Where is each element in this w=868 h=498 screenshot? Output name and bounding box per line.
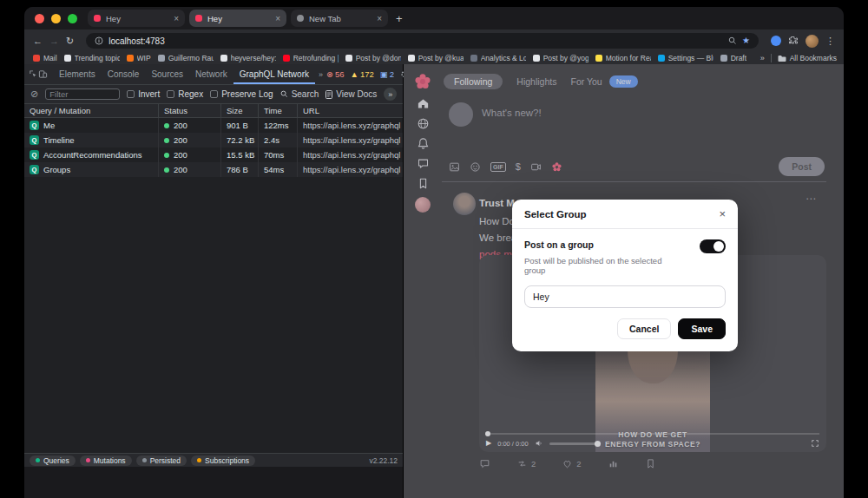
bookmark-item[interactable]: Draft	[720, 54, 746, 62]
modal-footer: Cancel Save	[512, 308, 738, 351]
close-tab-icon[interactable]: ×	[275, 14, 280, 23]
modal-title: Select Group	[524, 209, 587, 220]
window-controls	[35, 14, 77, 23]
invert-checkbox[interactable]: Invert	[127, 89, 160, 99]
browser-menu-icon[interactable]: ⋮	[825, 36, 835, 47]
bookmark-item[interactable]: Motion for React e...	[595, 54, 651, 62]
browser-tab-3[interactable]: New Tab ×	[291, 10, 388, 27]
bookmark-favicon	[408, 55, 415, 62]
bookmark-item[interactable]: WIP	[127, 54, 151, 62]
regex-checkbox[interactable]: Regex	[167, 89, 203, 99]
bookmark-item[interactable]: Post by @yoginth...	[533, 54, 589, 62]
browser-tab-2-active[interactable]: Hey ×	[189, 10, 286, 27]
close-window-button[interactable]	[35, 14, 44, 23]
window-content: Elements Console Sources Network GraphQL…	[24, 64, 844, 498]
desktop: Hey × Hey × New Tab × + ← → ↻	[0, 0, 868, 498]
bookmark-item[interactable]: Post by @kualta -...	[408, 54, 464, 62]
table-row[interactable]: QTimeline 200 72.2 kB 2.4s https://api.l…	[24, 133, 403, 147]
close-tab-icon[interactable]: ×	[377, 14, 382, 23]
close-icon[interactable]: ×	[719, 208, 726, 220]
bookmarks-overflow-button[interactable]: »	[760, 54, 765, 62]
devtools-tab-bar: Elements Console Sources Network GraphQL…	[24, 64, 403, 85]
bookmark-item[interactable]: Retrofunding | Vote	[283, 54, 339, 62]
bookmark-star-icon[interactable]: ★	[742, 36, 750, 45]
profile-avatar[interactable]	[806, 35, 819, 48]
warning-icon: ▲	[351, 69, 358, 79]
toolbar-overflow-button[interactable]: »	[384, 88, 397, 101]
devtools-tab-console[interactable]: Console	[102, 64, 146, 84]
preserve-log-checkbox[interactable]: Preserve Log	[210, 89, 273, 99]
filter-chip-subscriptions[interactable]: Subscriptions	[191, 455, 255, 466]
back-icon[interactable]: ←	[33, 36, 43, 46]
bookmark-item[interactable]: Settings — Bluesky	[658, 54, 713, 62]
status-ok-dot	[164, 167, 169, 173]
bookmark-favicon	[33, 55, 40, 62]
bookmark-favicon	[283, 55, 290, 62]
cancel-button[interactable]: Cancel	[617, 318, 671, 339]
column-header[interactable]: Status	[159, 104, 221, 117]
bookmark-item[interactable]: Analytics & Logs |...	[470, 54, 526, 62]
column-header[interactable]: Size	[221, 104, 259, 117]
magnifier-icon	[280, 90, 288, 98]
table-empty-area	[24, 177, 403, 453]
bookmark-item[interactable]: Mail	[33, 54, 57, 62]
browser-tab-1[interactable]: Hey ×	[88, 10, 185, 27]
view-docs-button[interactable]: View Docs	[326, 89, 377, 99]
column-header[interactable]: Time	[259, 104, 298, 117]
address-bar[interactable]: localhost:4783 ★	[86, 33, 759, 49]
query-badge: Q	[30, 135, 39, 145]
folder-icon	[778, 55, 786, 62]
filter-input[interactable]	[45, 88, 120, 100]
status-ok-dot	[164, 138, 169, 143]
table-row[interactable]: QAccountRecommendations 200 15.5 kB 70ms…	[24, 147, 403, 162]
zoom-window-button[interactable]	[68, 14, 77, 23]
clear-log-icon[interactable]: ⊘	[30, 89, 38, 99]
device-toolbar-icon[interactable]	[38, 69, 48, 79]
checkbox-icon	[210, 90, 218, 98]
post-on-group-description: Post will be published on the selected g…	[524, 256, 685, 275]
save-button[interactable]: Save	[678, 318, 726, 339]
site-info-icon[interactable]	[95, 36, 103, 45]
hey-favicon	[195, 15, 202, 22]
graphql-footer: Queries Mutations Persisted Subscription…	[24, 453, 403, 467]
toggle-knob	[713, 241, 724, 252]
issues-badge[interactable]: ▣2	[380, 69, 394, 79]
devtools-tab-elements[interactable]: Elements	[53, 64, 102, 84]
inspect-element-icon[interactable]	[29, 69, 38, 79]
close-tab-icon[interactable]: ×	[174, 14, 179, 23]
error-badge[interactable]: ⊗56	[326, 69, 345, 79]
extensions-puzzle-icon[interactable]	[788, 36, 799, 46]
filter-chip-queries[interactable]: Queries	[30, 455, 76, 466]
table-row[interactable]: QGroups 200 786 B 54ms https://api.lens.…	[24, 162, 403, 177]
filter-chip-persisted[interactable]: Persisted	[136, 455, 187, 466]
extension-icon[interactable]	[771, 36, 781, 46]
all-bookmarks-button[interactable]: All Bookmarks	[778, 54, 837, 62]
filter-chip-mutations[interactable]: Mutations	[80, 455, 132, 466]
column-header[interactable]: URL	[298, 104, 403, 117]
bookmark-item[interactable]: Guillermo Rauch o...	[158, 54, 214, 62]
devtools-tab-sources[interactable]: Sources	[145, 64, 189, 84]
warning-badge[interactable]: ▲172	[351, 69, 374, 79]
error-icon: ⊗	[326, 69, 333, 79]
bookmark-item[interactable]: heyverse/hey: Hey...	[220, 54, 276, 62]
tab-title: Hey	[106, 14, 168, 23]
status-ok-dot	[164, 123, 169, 128]
group-toggle[interactable]	[700, 239, 726, 253]
search-icon[interactable]	[728, 36, 737, 45]
search-button[interactable]: Search	[280, 89, 319, 99]
devtools-tab-graphql-network[interactable]: GraphQL Network	[233, 64, 315, 84]
minimize-window-button[interactable]	[51, 14, 61, 23]
forward-icon[interactable]: →	[49, 36, 59, 46]
hey-app: Following Highlights For You New What's …	[404, 64, 844, 498]
reload-icon[interactable]: ↻	[66, 36, 74, 47]
devtools-tab-network[interactable]: Network	[189, 64, 233, 84]
group-search-input[interactable]	[524, 285, 726, 308]
more-tabs-icon[interactable]: »	[315, 70, 326, 79]
column-header[interactable]: Query / Mutation	[24, 104, 159, 117]
new-tab-button[interactable]: +	[396, 12, 403, 25]
bookmark-item[interactable]: Post by @donoson...	[345, 54, 401, 62]
modal-body: Post on a group Post will be published o…	[512, 229, 738, 308]
url-text: localhost:4783	[108, 36, 165, 46]
bookmark-item[interactable]: Trending topics on...	[64, 54, 120, 62]
table-row[interactable]: QMe 200 901 B 122ms https://api.lens.xyz…	[24, 118, 403, 133]
